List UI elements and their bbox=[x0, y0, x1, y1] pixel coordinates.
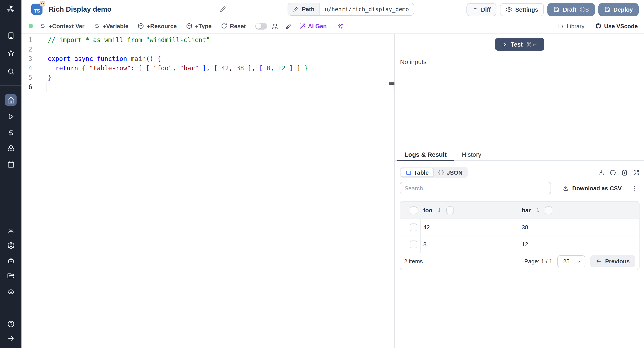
chevron-down-icon bbox=[576, 259, 582, 264]
expand-icon[interactable] bbox=[633, 169, 640, 176]
column-select-box[interactable] bbox=[446, 206, 454, 214]
typescript-badge: TS bbox=[31, 4, 42, 15]
test-button[interactable]: Test ⌘↵ bbox=[495, 38, 544, 51]
line-number: 3 bbox=[22, 54, 32, 64]
table-options-kebab-icon[interactable] bbox=[632, 185, 638, 192]
add-resource-button[interactable]: +Resource bbox=[138, 23, 177, 29]
view-mode-json[interactable]: { } JSON bbox=[434, 168, 467, 177]
code-line-3[interactable]: export async function main() { bbox=[48, 54, 161, 64]
cell-foo: 42 bbox=[420, 219, 519, 236]
path-value[interactable]: u/henri/rich_display_demo bbox=[320, 3, 414, 15]
sidebar-home-icon[interactable] bbox=[5, 94, 16, 106]
line-number: 5 bbox=[22, 73, 32, 82]
row-checkbox[interactable] bbox=[410, 241, 417, 248]
download-as-csv-label: Download as CSV bbox=[572, 185, 622, 192]
result-area: Table { } JSON bbox=[395, 161, 644, 348]
sidebar-building-icon[interactable] bbox=[5, 30, 16, 41]
download-as-csv-button[interactable]: Download as CSV bbox=[563, 185, 622, 192]
sidebar-help-icon[interactable] bbox=[5, 318, 16, 330]
sidebar-play-icon[interactable] bbox=[5, 111, 16, 122]
deploy-button[interactable]: Deploy bbox=[598, 3, 639, 16]
download-result-icon[interactable] bbox=[598, 169, 605, 176]
overview-ruler[interactable] bbox=[389, 34, 394, 348]
dollar-icon bbox=[94, 23, 100, 29]
sidebar-user-icon[interactable] bbox=[5, 224, 16, 236]
main-content: 123456 // import * as wmill from "windmi… bbox=[22, 34, 644, 348]
use-vscode-button[interactable]: Use VScode bbox=[595, 23, 638, 29]
select-all-checkbox[interactable] bbox=[410, 206, 417, 214]
add-type-button[interactable]: +Type bbox=[186, 23, 212, 29]
code-line-1[interactable]: // import * as wmill from "windmill-clie… bbox=[48, 35, 210, 45]
current-line-highlight bbox=[46, 82, 394, 92]
cell-foo: 8 bbox=[420, 236, 519, 253]
previous-label: Previous bbox=[605, 258, 630, 265]
save-icon bbox=[604, 6, 610, 13]
code-line-5[interactable]: } bbox=[48, 73, 52, 82]
sidebar-arrow-right-icon[interactable] bbox=[5, 332, 16, 344]
column-select-box[interactable] bbox=[544, 206, 552, 214]
settings-button[interactable]: Settings bbox=[500, 3, 544, 16]
sidebar-robot-icon[interactable] bbox=[5, 255, 16, 266]
line-number: 1 bbox=[22, 35, 32, 45]
page-indicator: Page: 1 / 1 bbox=[524, 258, 552, 265]
baby-emoji-icon bbox=[39, 1, 46, 7]
sort-icon[interactable] bbox=[436, 207, 442, 213]
line-number: 2 bbox=[22, 45, 32, 54]
typescript-badge-label: TS bbox=[34, 8, 40, 14]
code-line-4[interactable]: return { "table-row": [ [ "foo", "bar" ]… bbox=[48, 64, 308, 73]
draft-button[interactable]: Draft ⌘S bbox=[548, 3, 594, 16]
sidebar-search-icon[interactable] bbox=[5, 65, 16, 77]
path-edit-button[interactable]: Path bbox=[288, 3, 320, 15]
table-row[interactable]: 4238 bbox=[400, 219, 639, 236]
copy-to-clipboard-icon[interactable] bbox=[621, 169, 628, 176]
view-mode-toggle: Table { } JSON bbox=[400, 167, 468, 178]
windmill-logo-icon[interactable] bbox=[6, 4, 16, 14]
path-control[interactable]: Path u/henri/rich_display_demo bbox=[288, 3, 414, 16]
sidebar-star-icon[interactable] bbox=[5, 47, 16, 59]
diff-button[interactable]: Diff bbox=[466, 3, 496, 16]
no-inputs-text: No inputs bbox=[400, 58, 644, 65]
left-sidebar bbox=[0, 0, 22, 348]
braces-icon: { } bbox=[438, 169, 444, 176]
diff-mode-toggle[interactable] bbox=[255, 23, 267, 29]
view-mode-table-label: Table bbox=[414, 169, 429, 176]
add-context-var-button[interactable]: +Context Var bbox=[40, 23, 84, 29]
sparkles-icon[interactable] bbox=[337, 23, 344, 29]
row-checkbox[interactable] bbox=[410, 224, 417, 231]
table-row[interactable]: 812 bbox=[400, 236, 639, 253]
sort-icon[interactable] bbox=[535, 207, 540, 213]
format-brush-icon[interactable] bbox=[285, 23, 292, 29]
add-variable-button[interactable]: +Variable bbox=[94, 23, 128, 29]
info-icon[interactable] bbox=[610, 169, 616, 176]
reset-button[interactable]: Reset bbox=[221, 23, 246, 29]
collaborators-icon[interactable] bbox=[271, 23, 278, 29]
line-number: 6 bbox=[22, 82, 32, 92]
page-size-value: 25 bbox=[563, 258, 570, 265]
ai-gen-label: AI Gen bbox=[308, 23, 327, 29]
header-checkbox-cell bbox=[400, 202, 420, 219]
ai-gen-button[interactable]: AI Gen bbox=[299, 23, 327, 29]
column-header-bar: bar bbox=[519, 202, 639, 219]
sidebar-calendar-icon[interactable] bbox=[5, 158, 16, 170]
plus-minus-icon bbox=[472, 7, 478, 12]
table-search-input[interactable] bbox=[400, 182, 551, 194]
reset-label: Reset bbox=[230, 23, 246, 29]
cursor-position-mark bbox=[389, 82, 394, 84]
sidebar-eye-icon[interactable] bbox=[5, 286, 16, 297]
tab-logs-result[interactable]: Logs & Result bbox=[397, 150, 454, 160]
sidebar-settings-icon[interactable] bbox=[5, 240, 16, 251]
page-size-select[interactable]: 25 bbox=[557, 255, 586, 267]
sidebar-dollar-icon[interactable] bbox=[5, 127, 16, 138]
tab-history[interactable]: History bbox=[454, 150, 489, 160]
view-mode-table[interactable]: Table bbox=[400, 168, 434, 177]
library-button[interactable]: Library bbox=[558, 23, 584, 29]
previous-page-button[interactable]: Previous bbox=[590, 255, 635, 267]
package-icon bbox=[138, 23, 144, 29]
edit-summary-pencil-icon[interactable] bbox=[220, 6, 226, 13]
library-icon bbox=[558, 23, 564, 29]
pencil-icon bbox=[293, 6, 299, 12]
sidebar-boxes-icon[interactable] bbox=[5, 142, 16, 154]
tab-logs-result-label: Logs & Result bbox=[404, 151, 446, 158]
sidebar-folder-icon[interactable] bbox=[5, 270, 16, 282]
code-editor[interactable]: 123456 // import * as wmill from "windmi… bbox=[22, 34, 394, 348]
